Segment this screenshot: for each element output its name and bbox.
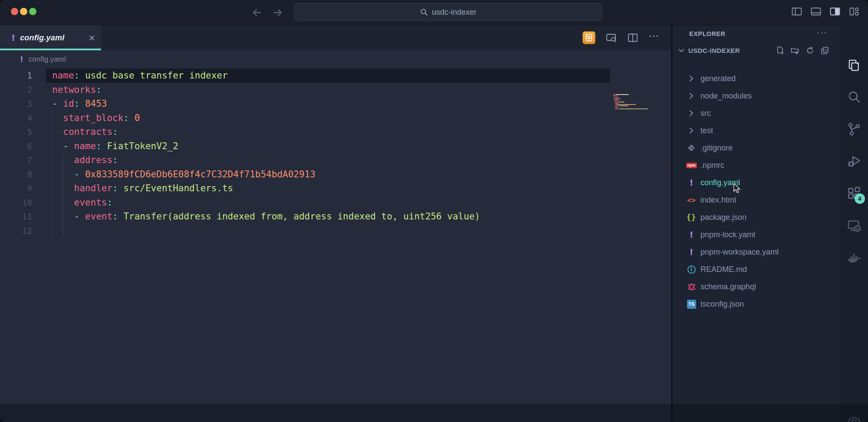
- split-editor-icon[interactable]: [627, 32, 639, 44]
- collapse-folders-icon[interactable]: [820, 46, 829, 55]
- code-line[interactable]: 6 - name: FiatTokenV2_2: [0, 139, 610, 154]
- ts-icon: TS: [687, 300, 696, 309]
- file-label: config.yaml: [700, 174, 740, 191]
- file-label: .npmrc: [700, 157, 724, 174]
- line-number: 5: [0, 125, 32, 139]
- line-number: 10: [0, 196, 32, 210]
- breadcrumb[interactable]: ! config.yaml: [0, 50, 671, 69]
- code-line[interactable]: 4 start_block: 0: [0, 111, 610, 125]
- file-row-tsconfig-json[interactable]: TStsconfig.json: [673, 295, 840, 313]
- breadcrumb-file: config.yaml: [29, 55, 66, 64]
- new-file-icon[interactable]: [776, 46, 785, 55]
- html-icon: <>: [687, 196, 695, 204]
- activity-bar: 4: [840, 25, 868, 422]
- toggle-primary-sidebar-icon[interactable]: [791, 6, 803, 18]
- file-row-pnpm-lock-yaml[interactable]: !pnpm-lock.yaml: [673, 226, 840, 243]
- search-icon: [420, 8, 428, 16]
- code-line[interactable]: 9 handler: src/EventHandlers.ts: [0, 181, 610, 196]
- tab-config-yaml[interactable]: ! config.yaml: [0, 25, 101, 50]
- code-line[interactable]: 11 - event: Transfer(address indexed fro…: [0, 209, 610, 224]
- folder-row-generated[interactable]: generated: [673, 70, 840, 87]
- line-number: 2: [0, 83, 32, 97]
- line-number: 12: [0, 224, 32, 238]
- back-arrow-icon[interactable]: [250, 6, 264, 20]
- remote-explorer-activity-icon[interactable]: [840, 214, 868, 237]
- account-icon[interactable]: [840, 412, 868, 422]
- code-line[interactable]: 5 contracts:: [0, 125, 610, 139]
- database-preview-icon[interactable]: [582, 31, 595, 44]
- search-value: usdc-indexer: [432, 8, 477, 17]
- file-row-pnpm-workspace-yaml[interactable]: !pnpm-workspace.yaml: [673, 243, 840, 261]
- line-number: 11: [0, 209, 32, 224]
- code-line[interactable]: 10 events:: [0, 196, 610, 210]
- code-editor[interactable]: 1name: usdc base transfer indexer2networ…: [0, 69, 610, 238]
- info-icon: i: [687, 265, 696, 274]
- file-label: .gitignore: [700, 139, 733, 157]
- yaml-icon: !: [11, 33, 15, 42]
- code-line[interactable]: 12: [0, 224, 610, 238]
- graphql-icon: [687, 282, 696, 291]
- file-row-config-yaml[interactable]: !config.yaml: [673, 174, 840, 191]
- open-preview-icon[interactable]: [605, 32, 617, 44]
- file-label: pnpm-workspace.yaml: [700, 243, 779, 261]
- toggle-secondary-sidebar-icon[interactable]: [829, 6, 841, 18]
- close-window-button[interactable]: [11, 8, 18, 15]
- project-root-row[interactable]: USDC-INDEXER: [673, 41, 840, 60]
- code-line[interactable]: 1name: usdc base transfer indexer: [0, 69, 610, 83]
- file-row-index-html[interactable]: <>index.html: [673, 191, 840, 209]
- zoom-window-button[interactable]: [29, 8, 36, 15]
- explorer-activity-icon[interactable]: [840, 55, 868, 77]
- json-icon: {}: [687, 213, 696, 222]
- yaml-icon: !: [689, 248, 693, 256]
- file-row--npmrc[interactable]: npm.npmrc: [673, 157, 840, 174]
- run-debug-activity-icon[interactable]: [840, 150, 868, 173]
- search-activity-icon[interactable]: [840, 86, 868, 108]
- more-actions-icon[interactable]: ⋯: [648, 36, 660, 39]
- yaml-icon: !: [689, 230, 693, 239]
- file-row-schema-graphql[interactable]: schema.graphql: [673, 278, 840, 295]
- code-line[interactable]: 2networks:: [0, 83, 610, 97]
- file-label: src: [700, 105, 711, 122]
- line-number: 8: [0, 167, 32, 182]
- chevron-right-icon: [687, 109, 695, 117]
- new-folder-icon[interactable]: [790, 46, 800, 55]
- file-row-readme-md[interactable]: iREADME.md: [673, 261, 840, 278]
- tab-label: config.yaml: [20, 33, 64, 43]
- customize-layout-icon[interactable]: [848, 6, 860, 18]
- code-line[interactable]: 7 address:: [0, 153, 610, 167]
- refresh-icon[interactable]: [806, 46, 815, 55]
- line-number: 6: [0, 139, 32, 154]
- command-search-bar[interactable]: usdc-indexer: [294, 3, 602, 21]
- line-number: 4: [0, 111, 32, 125]
- folder-row-node-modules[interactable]: node_modules: [673, 87, 840, 105]
- yaml-icon: !: [20, 56, 23, 63]
- folder-row-test[interactable]: test: [673, 122, 840, 139]
- file-row--gitignore[interactable]: .gitignore: [673, 139, 840, 157]
- chevron-right-icon: [687, 127, 695, 134]
- file-label: pnpm-lock.yaml: [700, 226, 755, 243]
- file-row-package-json[interactable]: {}package.json: [673, 209, 840, 226]
- minimize-window-button[interactable]: [20, 8, 27, 15]
- forward-arrow-icon[interactable]: [271, 6, 285, 20]
- file-label: node_modules: [700, 87, 752, 105]
- source-control-activity-icon[interactable]: [840, 118, 868, 141]
- close-tab-icon[interactable]: [89, 35, 95, 41]
- folder-row-src[interactable]: src: [673, 105, 840, 122]
- yaml-icon: !: [689, 178, 693, 187]
- project-name: USDC-INDEXER: [688, 47, 773, 54]
- chevron-right-icon: [687, 92, 695, 100]
- code-line[interactable]: 3- id: 8453: [0, 97, 610, 111]
- explorer-more-actions-icon[interactable]: ···: [816, 32, 828, 36]
- file-label: test: [700, 122, 713, 139]
- extensions-activity-icon[interactable]: 4: [840, 182, 868, 205]
- file-label: index.html: [700, 191, 736, 209]
- toggle-panel-icon[interactable]: [810, 6, 822, 18]
- titlebar: usdc-indexer: [0, 0, 868, 25]
- file-label: package.json: [700, 209, 746, 226]
- minimap[interactable]: [613, 94, 652, 113]
- file-label: tsconfig.json: [700, 295, 744, 313]
- npm-icon: npm: [686, 163, 697, 168]
- docker-activity-icon[interactable]: [840, 247, 868, 270]
- explorer-title: EXPLORER: [689, 30, 816, 37]
- code-line[interactable]: 8 - 0x833589fCD6eDb6E08f4c7C32D4f71b54bd…: [0, 167, 610, 182]
